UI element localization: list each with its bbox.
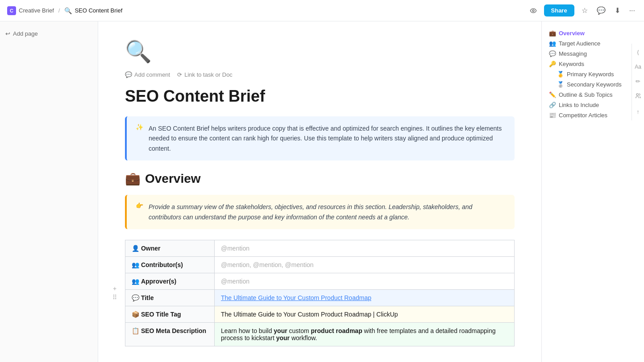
- table-cell-value[interactable]: @mention: [215, 273, 515, 289]
- seo-meta-emoji: 📋: [132, 327, 139, 334]
- table-cell-label: 📦 SEO Title Tag: [125, 306, 215, 322]
- seo-title-label: SEO Title Tag: [141, 311, 181, 318]
- doc-breadcrumb-title: SEO Content Brief: [75, 7, 122, 14]
- table-cell-label: 💬 Title: [125, 289, 215, 306]
- toc-label-messaging: Messaging: [559, 50, 587, 57]
- chat-icon-btn[interactable]: 💬: [595, 4, 607, 16]
- table-cell-value[interactable]: @mention, @mention, @mention: [215, 256, 515, 273]
- breadcrumb-separator: /: [58, 7, 60, 14]
- toc-item-messaging[interactable]: 💬 Messaging: [547, 49, 639, 58]
- toc-item-keywords[interactable]: 🔑 Keywords: [547, 59, 639, 69]
- add-page-label: Add page: [13, 30, 38, 37]
- main-layout: ↩ Add page 🔍 💬 Add comment ⟳ Link to tas…: [0, 21, 644, 362]
- table-wrapper: + ⠿ 👤 Owner @mention 👥 Contributor(s): [125, 240, 515, 346]
- app-icon: C: [7, 6, 16, 15]
- toc-item-overview[interactable]: 💼 Overview: [547, 29, 639, 38]
- section-overview-emoji: 💼: [125, 171, 141, 186]
- link-task-button[interactable]: ⟳ Link to task or Doc: [177, 71, 233, 78]
- add-page-icon: ↩: [5, 30, 10, 37]
- doc-breadcrumb-icon: 🔍: [64, 7, 72, 14]
- right-sidebar: 💼 Overview 👥 Target Audience 💬 Messaging…: [541, 21, 644, 362]
- table-of-contents: 💼 Overview 👥 Target Audience 💬 Messaging…: [547, 29, 639, 120]
- toc-label-keywords: Keywords: [559, 61, 584, 67]
- table-row: 👤 Owner @mention: [125, 240, 515, 256]
- toc-item-competitor[interactable]: 📰 Competitor Articles: [547, 111, 639, 120]
- link-label: Link to task or Doc: [184, 71, 233, 78]
- toc-label-target: Target Audience: [559, 40, 600, 47]
- document-title: SEO Content Brief: [125, 87, 515, 106]
- toc-emoji-links: 🔗: [549, 102, 556, 108]
- toc-emoji-primary: 🥇: [557, 71, 564, 78]
- callout-yellow-text: Provide a summary view of the stakeholde…: [149, 202, 506, 222]
- seo-title-emoji: 📦: [132, 311, 139, 318]
- toc-emoji-keywords: 🔑: [549, 61, 556, 67]
- doc-emoji: 🔍: [125, 39, 515, 64]
- table-drag-btn[interactable]: ⠿: [112, 294, 117, 301]
- approvers-label: Approver(s): [141, 278, 176, 285]
- breadcrumb: C Creative Brief / 🔍 SEO Content Brief: [7, 6, 122, 15]
- toc-label-competitor: Competitor Articles: [559, 112, 607, 119]
- callout-yellow: 👉 Provide a summary view of the stakehol…: [125, 195, 515, 229]
- table-row: 👥 Approver(s) @mention: [125, 273, 515, 289]
- add-comment-label: Add comment: [134, 71, 170, 78]
- topbar-actions: Share ☆ 💬 ⬇ ···: [528, 4, 637, 16]
- toc-label-overview: Overview: [559, 30, 585, 37]
- callout-blue-emoji: ✨: [136, 123, 143, 131]
- export-doc-btn[interactable]: ↑: [636, 108, 640, 115]
- doc-actions: 💬 Add comment ⟳ Link to task or Doc: [125, 71, 515, 78]
- toc-item-secondary-keywords[interactable]: 🥈 Secondary Keywords: [547, 80, 639, 89]
- svg-point-0: [532, 10, 534, 12]
- link-icon: ⟳: [177, 71, 182, 78]
- callout-yellow-emoji: 👉: [136, 202, 143, 209]
- toc-item-outline[interactable]: ✏️ Outline & Sub Topics: [547, 90, 639, 99]
- table-cell-label: 👤 Owner: [125, 240, 215, 256]
- approvers-emoji: 👥: [132, 278, 139, 285]
- share-button[interactable]: Share: [544, 4, 574, 16]
- comment-icon: 💬: [125, 71, 132, 78]
- toc-label-outline: Outline & Sub Topics: [559, 91, 612, 98]
- toc-item-target-audience[interactable]: 👥 Target Audience: [547, 39, 639, 48]
- callout-blue: ✨ An SEO Content Brief helps writers pro…: [125, 116, 515, 160]
- section-overview-title: 💼 Overview: [125, 171, 515, 186]
- contributors-emoji: 👥: [132, 261, 139, 268]
- toc-emoji-messaging: 💬: [549, 50, 556, 57]
- add-comment-button[interactable]: 💬 Add comment: [125, 71, 170, 78]
- table-row: 📋 SEO Meta Description Learn how to buil…: [125, 322, 515, 346]
- more-icon-btn[interactable]: ···: [627, 5, 637, 16]
- toc-emoji-competitor: 📰: [549, 112, 556, 119]
- svg-point-1: [636, 94, 638, 96]
- toc-label-links: Links to Include: [559, 102, 599, 108]
- collapse-panel-btn[interactable]: ⟨: [637, 49, 639, 56]
- callout-blue-text: An SEO Content Brief helps writers produ…: [149, 123, 506, 153]
- add-page-button[interactable]: ↩ Add page: [5, 29, 38, 39]
- star-icon-btn[interactable]: ☆: [580, 4, 590, 16]
- breadcrumb-parent[interactable]: Creative Brief: [19, 7, 54, 14]
- table-cell-value[interactable]: @mention: [215, 240, 515, 256]
- table-cell-value[interactable]: Learn how to build your custom product r…: [215, 322, 515, 346]
- title-label: Title: [141, 294, 154, 301]
- toc-item-links[interactable]: 🔗 Links to Include: [547, 100, 639, 110]
- title-link[interactable]: The Ultimate Guide to Your Custom Produc…: [221, 294, 371, 301]
- contributors-label: Contributor(s): [141, 261, 183, 268]
- font-settings-btn[interactable]: Aa: [635, 64, 641, 70]
- toc-emoji-overview: 💼: [549, 30, 556, 37]
- table-cell-value[interactable]: The Ultimate Guide to Your Custom Produc…: [215, 306, 515, 322]
- toc-emoji-target: 👥: [549, 40, 556, 47]
- export-icon-btn[interactable]: ⬇: [613, 4, 622, 16]
- toc-emoji-secondary: 🥈: [557, 81, 564, 88]
- visibility-icon-btn[interactable]: [528, 5, 539, 16]
- edit-mode-btn[interactable]: ✏: [636, 78, 640, 85]
- seo-meta-label: SEO Meta Description: [141, 327, 206, 334]
- content-area: 🔍 💬 Add comment ⟳ Link to task or Doc SE…: [98, 21, 541, 362]
- owner-label: Owner: [141, 245, 161, 252]
- table-row: 📦 SEO Title Tag The Ultimate Guide to Yo…: [125, 306, 515, 322]
- left-sidebar: ↩ Add page: [0, 21, 98, 362]
- users-btn[interactable]: [635, 93, 641, 100]
- table-row: 👥 Contributor(s) @mention, @mention, @me…: [125, 256, 515, 273]
- table-cell-label: 📋 SEO Meta Description: [125, 322, 215, 346]
- table-cell-value[interactable]: The Ultimate Guide to Your Custom Produc…: [215, 289, 515, 306]
- title-emoji: 💬: [132, 294, 139, 301]
- right-tools-strip: ⟨ Aa ✏ ↑: [632, 44, 644, 120]
- table-add-row-btn[interactable]: +: [112, 285, 117, 292]
- toc-item-primary-keywords[interactable]: 🥇 Primary Keywords: [547, 70, 639, 79]
